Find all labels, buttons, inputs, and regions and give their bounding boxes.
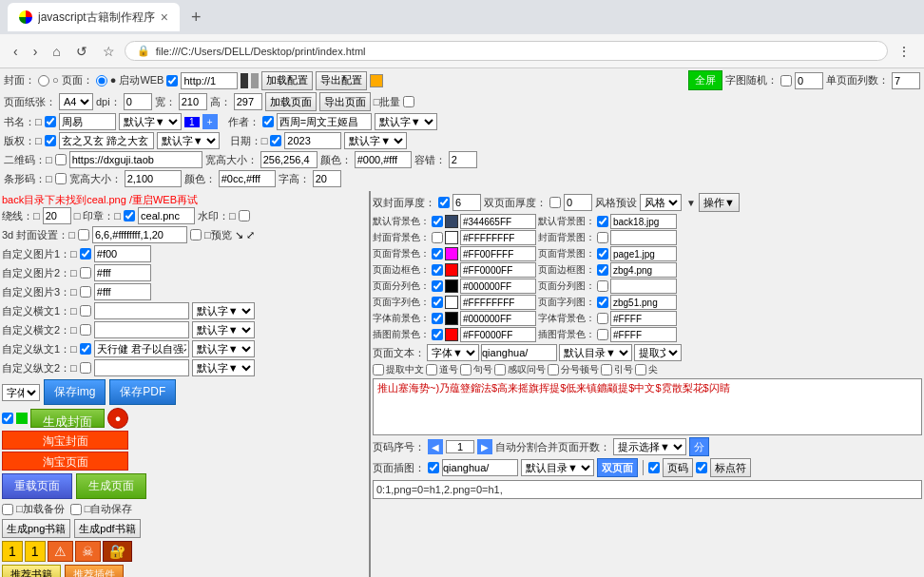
- opt-extract-cb[interactable]: [373, 364, 384, 375]
- tao-cover-button[interactable]: 淘宝封面: [2, 431, 128, 450]
- star-button[interactable]: ☆: [97, 42, 121, 61]
- font-select-main[interactable]: 字体: [2, 384, 40, 401]
- qrcode-checkbox[interactable]: [55, 154, 67, 165]
- font-rand-input[interactable]: 0: [795, 72, 823, 89]
- double-thickness-input[interactable]: 0: [564, 194, 592, 211]
- custom-text4-font[interactable]: 默认字▼: [192, 359, 255, 376]
- style-select[interactable]: 风格: [640, 194, 682, 211]
- date-font-select[interactable]: 默认字▼: [344, 132, 407, 149]
- font-bg-input[interactable]: [610, 311, 677, 326]
- load-page-button[interactable]: 加载页面: [265, 92, 317, 111]
- opt-quote-cb[interactable]: [601, 364, 612, 375]
- address-bar[interactable]: 🔒 file:///C:/Users/DELL/Desktop/print/in…: [125, 41, 888, 61]
- default-bg-input[interactable]: [460, 214, 536, 229]
- resize-icon[interactable]: ↘: [235, 229, 243, 241]
- barcode-wh-input[interactable]: 2,100: [125, 170, 182, 187]
- custom-img2-input[interactable]: #fff: [94, 264, 151, 281]
- cover-fg-input[interactable]: [610, 230, 677, 245]
- custom-img1-checkbox[interactable]: [80, 248, 91, 260]
- custom-img3-input[interactable]: #fff: [94, 283, 151, 300]
- startweb-checkbox[interactable]: [166, 75, 178, 87]
- icon-btn-lock[interactable]: 🔐: [103, 541, 132, 562]
- custom-img1-input[interactable]: #f00: [94, 245, 151, 262]
- cover-bg-cb[interactable]: [432, 232, 443, 243]
- border-img-input[interactable]: [610, 262, 677, 278]
- cover-bg-input[interactable]: [460, 230, 536, 245]
- back-button[interactable]: ‹: [8, 42, 24, 61]
- tab-close-button[interactable]: ×: [161, 10, 168, 25]
- stamp-input[interactable]: ceal.pnc: [138, 207, 195, 224]
- page-bg-cb[interactable]: [432, 248, 443, 260]
- illus-fg-input[interactable]: [460, 327, 536, 342]
- new-tab-button[interactable]: +: [183, 8, 209, 28]
- author-font-select[interactable]: 默认字▼: [375, 113, 437, 130]
- active-tab[interactable]: javascript古籍制作程序 ×: [8, 3, 180, 31]
- page-num-input[interactable]: 1: [446, 440, 474, 453]
- default-bg-cb[interactable]: [432, 216, 443, 227]
- page-fg-cb[interactable]: [597, 248, 608, 260]
- punct-button[interactable]: 标点符: [710, 458, 751, 477]
- save-img-button[interactable]: 保存img: [44, 379, 106, 405]
- author-input[interactable]: 西周=周文王姬昌: [277, 113, 372, 130]
- page-num-prev[interactable]: ◀: [428, 439, 443, 454]
- custom-text2-font[interactable]: 默认字▼: [192, 321, 255, 338]
- generate-cover-button[interactable]: 生成封面: [30, 409, 105, 428]
- dpi-input[interactable]: 0: [124, 93, 152, 110]
- edition-font-select[interactable]: 默认字▼: [157, 132, 220, 149]
- tao-page-button[interactable]: 淘宝页面: [2, 452, 128, 471]
- qrcode-url-input[interactable]: https://dxguji.taob: [69, 151, 202, 168]
- fullscreen-button[interactable]: 全屏: [688, 70, 722, 90]
- font-bg-cb[interactable]: [597, 313, 608, 324]
- char-col-img-cb[interactable]: [597, 297, 608, 308]
- page-bg-input[interactable]: [460, 246, 536, 261]
- opt-dao-cb[interactable]: [426, 364, 437, 375]
- op-button[interactable]: 操作▼: [699, 193, 740, 212]
- double-page-button[interactable]: 双页面: [597, 458, 638, 477]
- page-fg-input[interactable]: [610, 246, 677, 261]
- border-color-cb[interactable]: [432, 264, 443, 276]
- http-input[interactable]: http://1: [181, 72, 238, 89]
- col-img-input[interactable]: [610, 279, 677, 294]
- stamp-checkbox[interactable]: [124, 210, 135, 221]
- char-col-img-input[interactable]: [610, 295, 677, 310]
- icon-btn-2[interactable]: 1: [25, 541, 46, 562]
- auto-save-checkbox[interactable]: [70, 504, 82, 515]
- date-checkbox[interactable]: [270, 135, 281, 146]
- export-config-button[interactable]: 导出配置: [316, 71, 367, 90]
- barcode-checkbox[interactable]: [55, 173, 67, 184]
- home-button[interactable]: ⌂: [47, 42, 66, 61]
- page-num-next[interactable]: ▶: [477, 439, 492, 454]
- illus-bg-cb[interactable]: [597, 329, 608, 340]
- page-illus-dir[interactable]: 默认目录▼: [521, 459, 594, 476]
- batch-checkbox[interactable]: [403, 96, 414, 107]
- border-input[interactable]: 20: [43, 207, 71, 224]
- custom-text2-input[interactable]: [94, 321, 189, 338]
- width-input[interactable]: 210: [179, 93, 207, 110]
- cover-radio[interactable]: [38, 75, 49, 87]
- 3d-checkbox[interactable]: [78, 229, 89, 240]
- page-code-checkbox[interactable]: [648, 462, 660, 473]
- font-rand-checkbox[interactable]: [780, 75, 792, 87]
- punct-checkbox[interactable]: [696, 462, 707, 473]
- page-text-font[interactable]: 字体▼: [427, 344, 479, 361]
- export-page-button[interactable]: 导出页面: [319, 92, 371, 111]
- extract-text-btn[interactable]: 提取文本: [634, 344, 682, 361]
- custom-text1-font[interactable]: 默认字▼: [192, 302, 255, 319]
- prompt-select[interactable]: 提示选择▼: [613, 438, 686, 455]
- page-radio[interactable]: [96, 75, 107, 87]
- opt-exclaim-cb[interactable]: [494, 364, 506, 375]
- opt-ju-cb[interactable]: [460, 364, 472, 375]
- bottom-data-area[interactable]: 0:1,png=0=h1,2.png=0=h1,: [373, 480, 922, 499]
- border-img-cb[interactable]: [597, 264, 608, 276]
- stop-button[interactable]: ●: [107, 408, 128, 429]
- edition-input[interactable]: 玄之又玄 蹄之大玄：: [59, 132, 154, 149]
- container-input[interactable]: 2: [449, 151, 477, 168]
- plus-button-1[interactable]: +: [202, 114, 218, 129]
- recommend-books-button[interactable]: 推荐书籍: [2, 565, 61, 577]
- custom-text4-input[interactable]: [94, 359, 189, 376]
- cover-thickness-input[interactable]: 6: [452, 194, 481, 211]
- reload-nav-button[interactable]: ↺: [70, 42, 93, 61]
- qrcode-wh-input[interactable]: 256,256,4: [260, 151, 318, 168]
- cover-thickness-checkbox[interactable]: [438, 197, 450, 208]
- cover-gen-checkbox[interactable]: [2, 413, 13, 424]
